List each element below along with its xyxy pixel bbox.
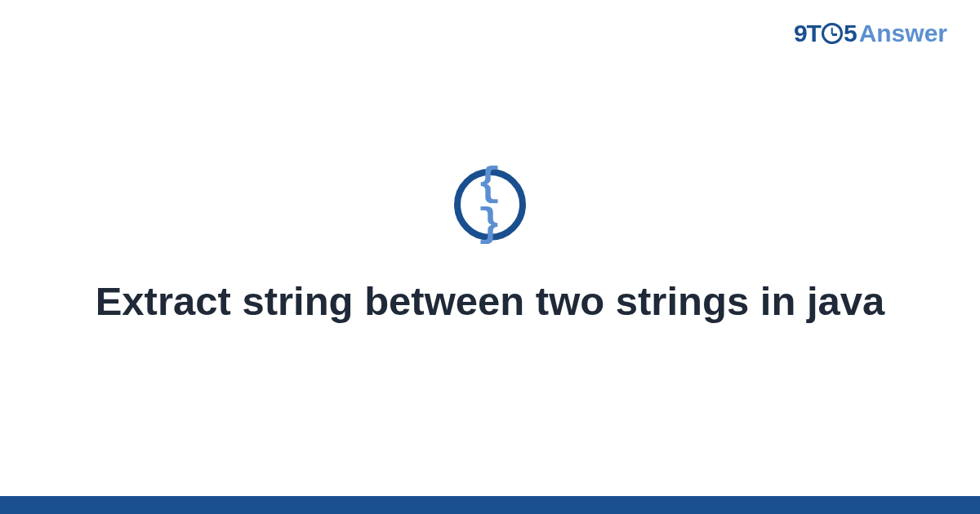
brand-part-2: 5 xyxy=(844,20,858,47)
brand-part-1: 9T xyxy=(794,20,821,47)
clock-icon xyxy=(822,23,843,44)
footer-accent-bar xyxy=(0,496,980,514)
brand-part-3: Answer xyxy=(859,20,947,47)
page-title: Extract string between two strings in ja… xyxy=(0,277,980,326)
main-content: { } Extract string between two strings i… xyxy=(0,169,980,326)
brand-logo: 9T 5 Answer xyxy=(794,20,947,47)
braces-glyph: { } xyxy=(461,164,519,246)
code-braces-icon: { } xyxy=(454,169,526,241)
